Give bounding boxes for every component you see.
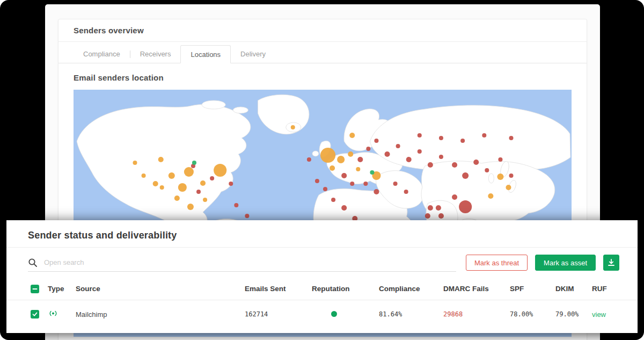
emails-sent-value: 162714 [245, 310, 312, 318]
indeterminate-icon [32, 286, 38, 292]
col-dkim: DKIM [555, 285, 592, 293]
deliverability-panel: Sender status and deliverability Mark as… [6, 220, 638, 333]
row-checkbox[interactable] [31, 310, 39, 319]
table-row[interactable]: Mailchimp 162714 81.64% 29868 78.00% 79.… [6, 300, 638, 328]
download-button[interactable] [603, 255, 619, 271]
reputation-indicator [331, 311, 337, 317]
col-emails-sent: Emails Sent [245, 285, 312, 293]
spf-value: 78.00% [510, 310, 555, 318]
download-icon [607, 258, 616, 267]
card-title: Senders overview [74, 26, 144, 35]
compliance-value: 81.64% [379, 310, 443, 318]
tab-locations[interactable]: Locations [180, 45, 231, 63]
col-reputation: Reputation [312, 285, 379, 293]
mark-as-asset-button[interactable]: Mark as asset [535, 255, 596, 271]
tab-bar: Compliance Receivers Locations Delivery [58, 45, 587, 63]
app-frame: Senders overview Compliance Receivers Lo… [0, 0, 644, 340]
sender-type-icon [48, 309, 58, 317]
tab-receivers[interactable]: Receivers [130, 45, 181, 63]
view-link[interactable]: view [592, 310, 606, 319]
toolbar: Mark as threat Mark as asset [6, 248, 638, 278]
col-spf: SPF [510, 285, 555, 293]
col-compliance: Compliance [379, 285, 443, 293]
source-name: Mailchimp [76, 310, 245, 319]
panel-title: Sender status and deliverability [6, 220, 638, 248]
mark-as-threat-button[interactable]: Mark as threat [466, 255, 528, 271]
table-header: Type Source Emails Sent Reputation Compl… [6, 278, 638, 300]
tab-delivery[interactable]: Delivery [231, 45, 275, 63]
search-bar[interactable] [28, 254, 456, 272]
tab-compliance[interactable]: Compliance [74, 45, 130, 63]
check-icon [32, 312, 38, 317]
dkim-value: 79.00% [555, 310, 592, 318]
card-header: Senders overview [58, 19, 587, 42]
col-type: Type [48, 285, 76, 293]
search-input[interactable] [44, 258, 456, 266]
section-title: Email senders location [74, 73, 572, 82]
col-ruf: RUF [592, 285, 621, 293]
search-icon [28, 258, 38, 267]
col-dmarc-fails: DMARC Fails [443, 285, 510, 293]
select-all-checkbox[interactable] [31, 285, 39, 293]
col-source: Source [76, 285, 245, 293]
dmarc-fails-value: 29868 [443, 310, 510, 318]
